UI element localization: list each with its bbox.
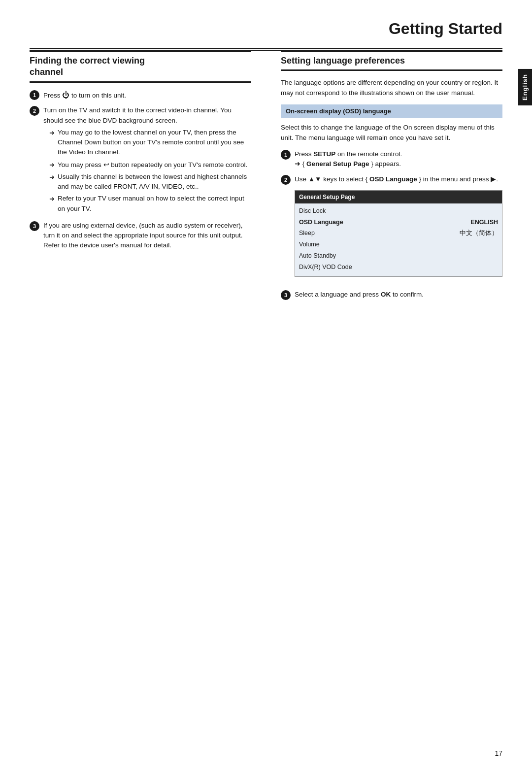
left-column: Finding the correct viewing channel 1 Pr… (30, 51, 256, 305)
arrow-text-2: You may press ↩ button repeatedly on you… (58, 160, 251, 170)
right-step-1: 1 Press SETUP on the remote control. ➜ {… (281, 149, 502, 169)
setup-row-volume-label: Volume (299, 240, 320, 249)
osd-description: Select this to change the language of th… (281, 123, 502, 143)
setup-row-autostandby: Auto Standby (299, 250, 498, 262)
setup-row-disclock: Disc Lock (299, 205, 498, 217)
setup-row-divx-label: DivX(R) VOD Code (299, 263, 352, 272)
right-section-title: Setting language preferences (281, 55, 502, 67)
page-number: 17 (495, 749, 502, 757)
right-step-3-number: 3 (281, 290, 291, 300)
osd-header-text: On-screen display (OSD) language (286, 107, 391, 115)
right-section-header: Setting language preferences (281, 51, 502, 71)
right-step-3-content: Select a language and press OK to confir… (295, 290, 502, 300)
page-container: English Getting Started Finding the corr… (0, 0, 532, 772)
setup-table-body: Disc Lock OSD Language ENGLISH Sleep 中文（… (295, 203, 502, 277)
arrow-icon-4: ➜ (49, 194, 55, 204)
step-2-number: 2 (30, 106, 39, 116)
step-2-content: Turn on the TV and switch it to the corr… (43, 105, 251, 216)
right-column: Setting language preferences The languag… (276, 51, 502, 305)
right-step-2-content: Use ▲▼ keys to select { OSD Language } i… (295, 174, 502, 283)
page-title-text: Getting Started (389, 20, 502, 37)
page-title: Getting Started (0, 0, 532, 48)
arrow-text-1: You may go to the lowest channel on your… (58, 128, 251, 158)
arrow-icon-2: ➜ (49, 160, 55, 170)
right-intro: The language options are different depen… (281, 78, 502, 99)
setup-row-autostandby-label: Auto Standby (299, 251, 336, 261)
left-step-3: 3 If you are using external device, (suc… (30, 221, 251, 251)
step-3-content: If you are using external device, (such … (43, 221, 251, 251)
left-step-1: 1 Press ⏻ to turn on this unit. (30, 90, 251, 101)
setup-table-title: General Setup Page (299, 194, 355, 201)
right-step-1-content: Press SETUP on the remote control. ➜ { G… (295, 149, 502, 169)
setup-row-sleep-label: Sleep (299, 229, 315, 238)
left-section-header: Finding the correct viewing channel (30, 51, 251, 83)
setup-row-volume: Volume (299, 239, 498, 250)
step-2-text: Turn on the TV and switch it to the corr… (43, 106, 232, 124)
arrow-item-1: ➜ You may go to the lowest channel on yo… (49, 128, 251, 158)
step-1-content: Press ⏻ to turn on this unit. (43, 90, 251, 101)
english-tab-label: English (521, 74, 529, 101)
arrow-text-3: Usually this channel is between the lowe… (58, 172, 251, 192)
right-step-2-number: 2 (281, 175, 291, 185)
left-section-title: Finding the correct viewing channel (30, 55, 251, 78)
arrow-item-3: ➜ Usually this channel is between the lo… (49, 172, 251, 192)
setup-row-osd: OSD Language ENGLISH (299, 217, 498, 228)
setup-table-header: General Setup Page (295, 191, 502, 203)
left-heading-line2: channel (30, 67, 63, 77)
top-rule (30, 48, 502, 49)
setup-row-sleep-value: 中文（简体） (460, 229, 498, 238)
right-step-2: 2 Use ▲▼ keys to select { OSD Language }… (281, 174, 502, 283)
setup-row-osd-label: OSD Language (299, 218, 343, 227)
setup-row-disclock-label: Disc Lock (299, 206, 326, 216)
setup-row-osd-value: ENGLISH (470, 218, 498, 227)
right-step-3: 3 Select a language and press OK to conf… (281, 290, 502, 300)
arrow-item-2: ➜ You may press ↩ button repeatedly on y… (49, 160, 251, 170)
arrow-icon-3: ➜ (49, 172, 55, 182)
setup-table: General Setup Page Disc Lock OSD Languag… (295, 190, 502, 277)
arrow-icon-1: ➜ (49, 128, 55, 138)
step-3-number: 3 (30, 221, 39, 231)
page-number-text: 17 (495, 749, 502, 757)
right-step-1-number: 1 (281, 150, 291, 160)
arrow-item-4: ➜ Refer to your TV user manual on how to… (49, 194, 251, 214)
right-heading: Setting language preferences (281, 56, 405, 66)
left-step-2: 2 Turn on the TV and switch it to the co… (30, 105, 251, 216)
setup-row-sleep: Sleep 中文（简体） (299, 228, 498, 239)
two-column-layout: Finding the correct viewing channel 1 Pr… (30, 51, 502, 305)
arrow-text-4: Refer to your TV user manual on how to s… (58, 194, 251, 214)
step-1-number: 1 (30, 90, 39, 100)
english-tab: English (518, 69, 532, 105)
setup-row-divx: DivX(R) VOD Code (299, 262, 498, 273)
osd-header-box: On-screen display (OSD) language (281, 104, 502, 118)
left-heading-line1: Finding the correct viewing (30, 56, 145, 66)
